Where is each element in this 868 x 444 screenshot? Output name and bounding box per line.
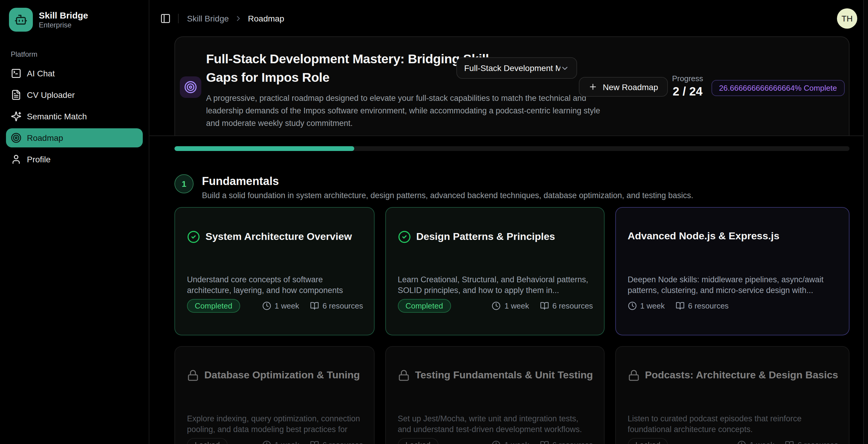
check-circle-icon: [398, 230, 411, 243]
course-card-title: Podcasts: Architecture & Design Basics: [645, 369, 838, 381]
sidebar-item-ai-chat[interactable]: AI Chat: [6, 64, 143, 83]
lock-icon: [187, 369, 199, 381]
roadmap-header-section: Full-Stack Development Mastery: Bridging…: [149, 36, 868, 136]
bot-icon: [9, 8, 33, 32]
course-card-title: System Architecture Overview: [206, 231, 352, 243]
course-card-title: Design Patterns & Principles: [416, 231, 555, 243]
sidebar-toggle-icon[interactable]: [160, 13, 171, 24]
section-header: 1 Fundamentals Build a solid foundation …: [175, 174, 849, 200]
progress-label: Progress: [665, 74, 710, 83]
duration: 1 week: [492, 301, 529, 310]
course-card-title: Advanced Node.js & Express.js: [627, 230, 779, 242]
progress-summary: Progress 2 / 24: [665, 74, 710, 99]
status-badge: Locked: [187, 438, 227, 444]
roadmap-progress-bar: [175, 146, 849, 151]
lock-icon: [627, 369, 640, 381]
main-area: Skill Bridge Roadmap TH Full-Stack Devel…: [149, 0, 868, 444]
percent-complete-badge: 26.666666666666664% Complete: [711, 80, 845, 96]
topbar-divider: [178, 13, 179, 23]
breadcrumb-root[interactable]: Skill Bridge: [187, 13, 229, 23]
roadmap-header-card: Full-Stack Development Mastery: Bridging…: [175, 36, 849, 135]
book-open-icon: [676, 301, 685, 310]
sidebar-nav: AI ChatCV UploaderSemantic MatchRoadmapP…: [6, 64, 143, 169]
sidebar-item-cv-uploader[interactable]: CV Uploader: [6, 86, 143, 104]
sidebar-item-profile[interactable]: Profile: [6, 150, 143, 169]
check-circle-icon: [187, 230, 200, 243]
sparkles-icon: [11, 111, 22, 122]
clock-icon: [492, 440, 501, 444]
status-badge: Completed: [187, 299, 240, 312]
status-badge: Completed: [398, 299, 451, 312]
clock-icon: [262, 301, 271, 310]
chevron-down-icon: [560, 64, 569, 72]
book-open-icon: [310, 301, 319, 310]
sidebar-item-label: Semantic Match: [27, 112, 87, 121]
clock-icon: [737, 440, 746, 444]
course-card-description: Deepen Node skills: middleware pipelines…: [627, 275, 838, 296]
status-badge: Locked: [627, 438, 668, 444]
status-badge: Locked: [398, 438, 438, 444]
plus-icon: [588, 82, 597, 91]
section-title: Fundamentals: [202, 174, 693, 188]
course-card-description: Listen to curated podcast episodes that …: [627, 414, 838, 435]
sidebar: Skill Bridge Enterprise Platform AI Chat…: [0, 0, 149, 444]
new-roadmap-label: New Roadmap: [603, 82, 658, 92]
sidebar-item-label: AI Chat: [27, 69, 55, 78]
book-open-icon: [785, 440, 794, 444]
course-card[interactable]: Advanced Node.js & Express.jsDeepen Node…: [615, 207, 849, 335]
resources-count: 6 resources: [310, 301, 363, 310]
course-card-description: Set up Jest/Mocha, write unit and integr…: [398, 414, 593, 435]
resources-count: 6 resources: [540, 440, 593, 444]
user-icon: [11, 154, 22, 165]
roadmap-progress-fill: [175, 146, 354, 151]
course-card-description: Learn Creational, Structural, and Behavi…: [398, 275, 593, 296]
app-logo: Skill Bridge Enterprise: [6, 8, 143, 32]
duration: 1 week: [737, 440, 774, 444]
target-icon: [180, 76, 201, 98]
clock-icon: [262, 440, 271, 444]
chevron-right-icon: [234, 14, 243, 22]
sidebar-section-label: Platform: [11, 50, 143, 59]
document-icon: [11, 90, 22, 100]
course-card[interactable]: Podcasts: Architecture & Design BasicsLi…: [615, 346, 849, 444]
lock-icon: [398, 369, 409, 381]
sidebar-item-semantic-match[interactable]: Semantic Match: [6, 107, 143, 126]
resources-count: 6 resources: [310, 440, 363, 444]
clock-icon: [627, 301, 637, 310]
app-window: Skill Bridge Enterprise Platform AI Chat…: [0, 0, 868, 444]
book-open-icon: [540, 301, 549, 310]
course-card-description: Explore indexing, query optimization, co…: [187, 414, 363, 435]
app-tier: Enterprise: [39, 21, 88, 30]
course-card[interactable]: Database Optimization & TuningExplore in…: [175, 346, 374, 444]
book-open-icon: [540, 440, 549, 444]
duration: 1 week: [492, 440, 529, 444]
scrollbar[interactable]: [863, 0, 868, 444]
course-card-title: Database Optimization & Tuning: [204, 369, 360, 381]
sidebar-item-label: Roadmap: [27, 133, 63, 143]
user-avatar[interactable]: TH: [837, 8, 857, 28]
sidebar-item-roadmap[interactable]: Roadmap: [6, 128, 143, 147]
duration: 1 week: [627, 301, 664, 310]
terminal-icon: [11, 68, 22, 79]
course-card[interactable]: System Architecture OverviewUnderstand c…: [175, 207, 374, 335]
clock-icon: [492, 301, 501, 310]
course-card[interactable]: Testing Fundamentals & Unit TestingSet u…: [385, 346, 604, 444]
course-card-title: Testing Fundamentals & Unit Testing: [415, 369, 593, 381]
section-description: Build a solid foundation in system archi…: [202, 191, 693, 200]
resources-count: 6 resources: [676, 301, 729, 310]
roadmap-selector[interactable]: Full-Stack Development M: [456, 57, 577, 79]
target-icon: [11, 133, 22, 143]
section-number-badge: 1: [175, 174, 193, 193]
resources-count: 6 resources: [785, 440, 838, 444]
new-roadmap-button[interactable]: New Roadmap: [579, 77, 668, 97]
course-card[interactable]: Design Patterns & PrinciplesLearn Creati…: [385, 207, 604, 335]
roadmap-description: A progressive, practical roadmap designe…: [206, 92, 615, 130]
duration: 1 week: [262, 440, 299, 444]
breadcrumb-current: Roadmap: [248, 13, 284, 23]
duration: 1 week: [262, 301, 299, 310]
course-card-description: Understand core concepts of software arc…: [187, 275, 363, 296]
course-cards-grid: System Architecture OverviewUnderstand c…: [175, 207, 849, 444]
book-open-icon: [310, 440, 319, 444]
breadcrumb: Skill Bridge Roadmap: [187, 13, 284, 23]
sidebar-item-label: Profile: [27, 155, 51, 164]
